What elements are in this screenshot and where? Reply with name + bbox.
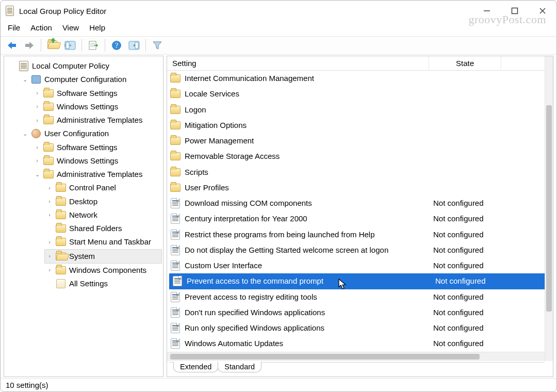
- list-setting-row[interactable]: Run only specified Windows applicationsN…: [167, 320, 553, 336]
- list-setting-row[interactable]: Don't run specified Windows applications…: [167, 305, 553, 320]
- export-list-button[interactable]: [85, 38, 102, 53]
- folder-icon: [43, 170, 54, 178]
- horizontal-scrollbar[interactable]: [167, 352, 545, 361]
- list-folder-row[interactable]: Mitigation Options: [167, 118, 553, 133]
- folder-icon: [56, 184, 66, 192]
- menu-help[interactable]: Help: [87, 22, 111, 33]
- svg-text:?: ?: [115, 42, 118, 50]
- row-name: Custom User Interface: [185, 259, 429, 272]
- maximize-button[interactable]: [503, 3, 527, 19]
- tree-node[interactable]: ›Administrative Templates: [32, 113, 162, 127]
- chevron-right-icon[interactable]: ›: [34, 116, 40, 125]
- tree-node[interactable]: ›Software Settings: [32, 87, 162, 100]
- scroll-thumb[interactable]: [546, 105, 552, 312]
- list-folder-row[interactable]: User Profiles: [167, 180, 553, 195]
- tree-node[interactable]: ›Windows Settings: [32, 100, 162, 113]
- chevron-right-icon[interactable]: ›: [46, 237, 53, 247]
- list-folder-row[interactable]: Logon: [167, 102, 553, 118]
- menu-file[interactable]: File: [6, 22, 26, 33]
- list-folder-row[interactable]: Removable Storage Access: [167, 149, 553, 164]
- row-name: Windows Automatic Updates: [185, 337, 429, 350]
- list-folder-row[interactable]: Scripts: [167, 165, 553, 180]
- tree-node[interactable]: ›Start Menu and Taskbar: [44, 235, 162, 249]
- chevron-right-icon[interactable]: ›: [34, 102, 40, 111]
- folder-icon: [43, 143, 54, 152]
- tree-node[interactable]: ›Control Panel: [44, 181, 162, 194]
- tree-admin-templates[interactable]: ⌄Administrative Templates›Control Panel›…: [32, 168, 162, 290]
- list-setting-row[interactable]: Restrict these programs from being launc…: [167, 227, 553, 242]
- chevron-down-icon[interactable]: ⌄: [22, 75, 28, 85]
- chevron-right-icon[interactable]: ›: [34, 156, 40, 166]
- list-body[interactable]: Internet Communication ManagementLocale …: [167, 71, 553, 377]
- folder-icon: [56, 224, 66, 233]
- menubar: File Action View Help: [1, 21, 556, 36]
- forward-button[interactable]: [21, 38, 38, 53]
- folder-icon: [56, 266, 66, 274]
- action-pane-button[interactable]: [126, 38, 142, 53]
- up-folder-button[interactable]: [44, 38, 61, 53]
- policy-tree[interactable]: ▸ Local Computer Policy ⌄ Computer Confi…: [4, 56, 163, 293]
- list-setting-row[interactable]: Century interpretation for Year 2000Not …: [167, 211, 553, 226]
- list-folder-row[interactable]: Locale Services: [167, 86, 553, 102]
- chevron-right-icon[interactable]: ›: [46, 197, 53, 206]
- folder-icon: [56, 198, 66, 206]
- tree-node[interactable]: ›Windows Settings: [32, 154, 162, 168]
- close-button[interactable]: [531, 3, 554, 19]
- list-setting-row[interactable]: Do not display the Getting Started welco…: [167, 242, 553, 258]
- tab-extended[interactable]: Extended: [173, 362, 218, 372]
- list-setting-row[interactable]: Custom User InterfaceNot configured: [167, 258, 553, 273]
- chevron-down-icon[interactable]: ⌄: [34, 170, 40, 179]
- tree-node[interactable]: ›All Settings: [44, 277, 162, 290]
- tree-node[interactable]: ›Desktop: [44, 195, 162, 208]
- policy-icon: [171, 323, 180, 333]
- toolbar-separator-3: [105, 39, 105, 52]
- tree-node-label: Shared Folders: [69, 222, 122, 235]
- chevron-right-icon[interactable]: ›: [34, 142, 40, 152]
- chevron-right-icon[interactable]: ›: [34, 88, 40, 98]
- tree-node[interactable]: ›Windows Components: [44, 264, 162, 277]
- svg-rect-0: [512, 8, 518, 14]
- tree-node-label: System: [69, 250, 95, 263]
- minimize-icon: [483, 7, 490, 14]
- funnel-icon: [153, 41, 162, 50]
- vertical-scrollbar[interactable]: [545, 56, 553, 361]
- chevron-right-icon[interactable]: ›: [46, 183, 53, 193]
- tree-node[interactable]: ›Shared Folders: [44, 222, 162, 235]
- policy-icon: [171, 245, 180, 255]
- scroll-thumb[interactable]: [170, 354, 480, 360]
- svg-rect-1: [11, 44, 16, 47]
- row-name: User Profiles: [185, 181, 429, 194]
- menu-action[interactable]: Action: [28, 22, 58, 33]
- list-setting-row[interactable]: Prevent access to registry editing tools…: [167, 289, 553, 305]
- tree-node[interactable]: ›Network: [44, 208, 162, 222]
- list-folder-row[interactable]: Internet Communication Management: [167, 71, 553, 86]
- maximize-icon: [511, 7, 518, 14]
- list-setting-row[interactable]: Prevent access to the command promptNot …: [169, 273, 550, 289]
- row-state: Not configured: [433, 259, 521, 272]
- tree-user-config[interactable]: ⌄ User Configuration ›Software Settings›…: [20, 127, 162, 290]
- tree-node[interactable]: ›Software Settings: [32, 141, 162, 154]
- help-button[interactable]: ?: [108, 38, 125, 53]
- row-state: Not configured: [433, 306, 521, 319]
- tree-node[interactable]: ›System: [44, 249, 162, 264]
- minimize-button[interactable]: [475, 3, 499, 19]
- tree-root[interactable]: ▸ Local Computer Policy ⌄ Computer Confi…: [7, 59, 162, 290]
- menu-view[interactable]: View: [60, 22, 85, 33]
- row-name: Scripts: [185, 166, 429, 179]
- filter-button[interactable]: [149, 38, 166, 53]
- action-pane-icon: [128, 41, 140, 50]
- chevron-right-icon[interactable]: ›: [46, 210, 53, 220]
- tab-standard[interactable]: Standard: [218, 362, 261, 372]
- chevron-down-icon[interactable]: ⌄: [22, 129, 28, 139]
- tree-computer-config[interactable]: ⌄ Computer Configuration ›Software Setti…: [20, 73, 162, 127]
- column-state[interactable]: State: [429, 56, 501, 70]
- list-setting-row[interactable]: Download missing COM componentsNot confi…: [167, 195, 553, 211]
- list-folder-row[interactable]: Power Management: [167, 133, 553, 149]
- column-setting[interactable]: Setting: [167, 56, 429, 70]
- console-tree-button[interactable]: [62, 38, 78, 53]
- chevron-right-icon[interactable]: ›: [46, 265, 53, 275]
- chevron-right-icon[interactable]: ›: [46, 251, 53, 261]
- list-setting-row[interactable]: Windows Automatic UpdatesNot configured: [167, 336, 553, 351]
- back-button[interactable]: [4, 38, 20, 53]
- row-name: Internet Communication Management: [185, 72, 429, 85]
